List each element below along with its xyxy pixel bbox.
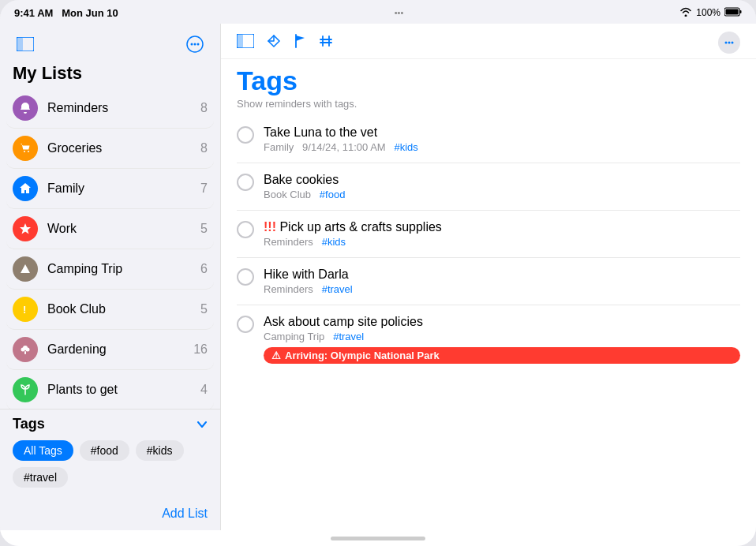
reminder-content-3: !!! Pick up arts & crafts supplies Remin… [264, 220, 740, 248]
location-icon[interactable] [267, 34, 281, 52]
svg-point-6 [191, 43, 193, 46]
reminders-icon [13, 95, 38, 121]
add-list-button[interactable]: Add List [162, 507, 208, 521]
main-content: Tags Show reminders with tags. Take Luna… [221, 24, 756, 530]
reminder-title-4: Hike with Darla [264, 267, 740, 282]
reminder-meta-4: Reminders #travel [264, 283, 740, 295]
svg-point-13 [21, 348, 25, 352]
sidebar-item-bookclub[interactable]: ! Book Club 5 [6, 290, 214, 330]
gardening-label: Gardening [47, 342, 193, 357]
more-button[interactable] [718, 32, 740, 54]
tag-pill-travel[interactable]: #travel [13, 467, 68, 488]
reminders-label: Reminders [47, 101, 200, 115]
app-container: My Lists Reminders 8 [0, 24, 756, 530]
home-indicator [331, 537, 425, 540]
reminder-title-2: Bake cookies [264, 173, 740, 187]
reminder-checkbox-3[interactable] [237, 221, 254, 238]
sidebar-item-work[interactable]: Work 5 [6, 209, 214, 249]
reminder-checkbox-1[interactable] [237, 126, 254, 144]
groceries-label: Groceries [47, 141, 200, 155]
sidebar-item-gardening[interactable]: Gardening 16 [6, 330, 214, 370]
flag-icon[interactable] [294, 34, 306, 52]
svg-point-25 [725, 42, 728, 44]
svg-marker-10 [21, 264, 30, 273]
svg-point-27 [732, 42, 734, 44]
badge-exclamation-icon: ⚠ [271, 350, 281, 361]
reminder-item-3: !!! Pick up arts & crafts supplies Remin… [237, 211, 740, 258]
family-count: 7 [200, 181, 208, 196]
wifi-icon [679, 7, 692, 19]
reminder-tag-3[interactable]: #kids [322, 236, 346, 248]
tags-section-title: Tags [13, 416, 45, 432]
battery-icon [724, 7, 742, 19]
family-label: Family [47, 181, 200, 196]
svg-rect-18 [237, 34, 243, 48]
camping-label: Camping Trip [47, 262, 200, 276]
reminder-item-4: Hike with Darla Reminders #travel [237, 258, 740, 305]
svg-rect-3 [17, 37, 23, 51]
sidebar-item-groceries[interactable]: Groceries 8 [6, 129, 214, 169]
reminder-content-4: Hike with Darla Reminders #travel [264, 267, 740, 295]
reminder-item-1: Take Luna to the vet Family 9/14/24, 11:… [237, 116, 740, 163]
sidebar-footer: Add List [0, 500, 220, 530]
svg-point-14 [26, 348, 30, 352]
reminder-meta-2: Book Club #food [264, 189, 740, 200]
ipad-frame: 9:41 AM Mon Jun 10 ••• 100% [0, 0, 756, 546]
tag-icon[interactable] [319, 34, 333, 52]
camping-count: 6 [200, 262, 208, 276]
battery-percentage: 100% [696, 7, 720, 18]
tag-pill-food[interactable]: #food [80, 440, 129, 461]
reminders-list: Take Luna to the vet Family 9/14/24, 11:… [221, 116, 756, 530]
work-label: Work [47, 222, 200, 236]
reminder-tag-1[interactable]: #kids [394, 141, 417, 153]
sidebar: My Lists Reminders 8 [0, 24, 221, 530]
svg-point-8 [197, 43, 200, 46]
groceries-count: 8 [200, 141, 208, 155]
reminder-title-5: Ask about camp site policies [264, 315, 740, 329]
svg-rect-2 [726, 9, 739, 14]
family-icon [13, 176, 38, 201]
tags-chevron-icon[interactable] [196, 418, 208, 431]
gardening-count: 16 [193, 342, 208, 357]
svg-rect-15 [24, 351, 26, 354]
tag-pill-all[interactable]: All Tags [13, 440, 73, 461]
date: Mon Jun 10 [62, 7, 118, 19]
sidebar-item-reminders[interactable]: Reminders 8 [6, 88, 214, 129]
svg-text:!: ! [23, 304, 26, 316]
sidebar-item-family[interactable]: Family 7 [6, 169, 214, 209]
status-dots: ••• [395, 8, 404, 17]
svg-point-7 [194, 43, 196, 46]
badge-text-5: Arriving: Olympic National Park [285, 350, 440, 361]
sidebar-item-camping[interactable]: Camping Trip 6 [6, 249, 214, 290]
camping-icon [13, 256, 38, 282]
reminder-checkbox-2[interactable] [237, 174, 254, 191]
reminder-badge-5: ⚠ Arriving: Olympic National Park [264, 347, 740, 364]
svg-rect-1 [740, 10, 742, 13]
reminder-tag-5[interactable]: #travel [333, 331, 364, 342]
sidebar-more-button[interactable] [182, 32, 208, 57]
page-title: Tags [221, 59, 756, 96]
svg-point-26 [728, 42, 731, 44]
tags-header: Tags [13, 416, 208, 432]
sidebar-toggle-button[interactable] [13, 32, 38, 57]
reminder-checkbox-5[interactable] [237, 316, 254, 333]
sidebar-header [0, 24, 220, 60]
reminder-priority-3: !!! [264, 220, 279, 234]
reminders-count: 8 [200, 101, 208, 115]
reminder-tag-2[interactable]: #food [320, 189, 346, 200]
reminder-meta-3: Reminders #kids [264, 236, 740, 248]
gardening-icon [13, 337, 38, 362]
tag-pills-row2: #travel [13, 467, 208, 488]
my-lists-title: My Lists [0, 60, 220, 88]
reminder-meta-5: Camping Trip #travel [264, 331, 740, 342]
sidebar-item-plants[interactable]: Plants to get 4 [6, 370, 214, 409]
reminder-tag-4[interactable]: #travel [322, 283, 353, 295]
status-bar: 9:41 AM Mon Jun 10 ••• 100% [0, 0, 756, 24]
tag-pill-kids[interactable]: #kids [136, 440, 184, 461]
page-subtitle: Show reminders with tags. [221, 96, 756, 116]
reminder-checkbox-4[interactable] [237, 268, 254, 286]
bookclub-icon: ! [13, 297, 38, 322]
reminder-content-2: Bake cookies Book Club #food [264, 173, 740, 200]
details-icon[interactable] [237, 34, 254, 52]
work-count: 5 [200, 222, 208, 236]
